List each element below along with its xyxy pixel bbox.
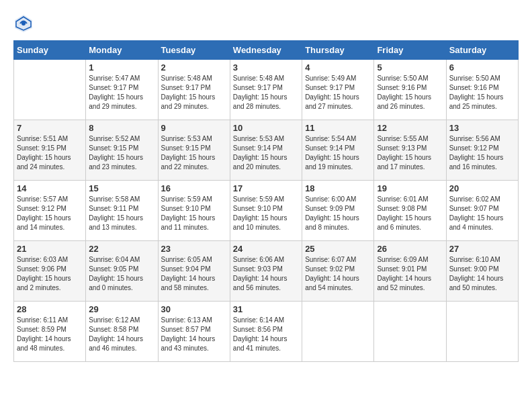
day-info: Sunrise: 6:11 AMSunset: 8:59 PMDaylight:… bbox=[17, 316, 83, 353]
day-info: Sunrise: 6:12 AMSunset: 8:58 PMDaylight:… bbox=[89, 316, 154, 353]
day-number: 1 bbox=[89, 62, 154, 73]
calendar-cell: 12Sunrise: 5:55 AMSunset: 9:13 PMDayligh… bbox=[374, 120, 446, 181]
day-number: 20 bbox=[449, 183, 515, 193]
weekday-header-row: SundayMondayTuesdayWednesdayThursdayFrid… bbox=[14, 41, 519, 60]
day-info: Sunrise: 5:58 AMSunset: 9:11 PMDaylight:… bbox=[89, 195, 154, 232]
day-info: Sunrise: 5:52 AMSunset: 9:15 PMDaylight:… bbox=[89, 134, 154, 172]
weekday-header-saturday: Saturday bbox=[446, 41, 518, 60]
day-info: Sunrise: 5:53 AMSunset: 9:15 PMDaylight:… bbox=[161, 134, 227, 172]
calendar-cell: 15Sunrise: 5:58 AMSunset: 9:11 PMDayligh… bbox=[86, 181, 158, 241]
day-info: Sunrise: 6:13 AMSunset: 8:57 PMDaylight:… bbox=[161, 316, 227, 353]
day-number: 13 bbox=[449, 123, 515, 133]
day-info: Sunrise: 5:54 AMSunset: 9:14 PMDaylight:… bbox=[305, 134, 371, 172]
calendar-table: SundayMondayTuesdayWednesdayThursdayFrid… bbox=[13, 40, 519, 362]
calendar-cell: 3Sunrise: 5:48 AMSunset: 9:17 PMDaylight… bbox=[230, 60, 302, 120]
calendar-cell: 13Sunrise: 5:56 AMSunset: 9:12 PMDayligh… bbox=[446, 120, 518, 181]
day-number: 19 bbox=[377, 183, 443, 193]
calendar-cell bbox=[302, 302, 374, 362]
day-info: Sunrise: 6:01 AMSunset: 9:08 PMDaylight:… bbox=[377, 195, 443, 232]
day-number: 5 bbox=[377, 62, 443, 73]
day-info: Sunrise: 5:56 AMSunset: 9:12 PMDaylight:… bbox=[449, 134, 515, 172]
calendar-cell: 21Sunrise: 6:03 AMSunset: 9:06 PMDayligh… bbox=[14, 241, 86, 302]
calendar-cell: 17Sunrise: 5:59 AMSunset: 9:10 PMDayligh… bbox=[230, 181, 302, 241]
day-number: 2 bbox=[161, 62, 227, 73]
calendar-cell: 2Sunrise: 5:48 AMSunset: 9:17 PMDaylight… bbox=[158, 60, 230, 120]
calendar-cell: 10Sunrise: 5:53 AMSunset: 9:14 PMDayligh… bbox=[230, 120, 302, 181]
weekday-header-friday: Friday bbox=[374, 41, 446, 60]
day-number: 17 bbox=[233, 183, 299, 193]
day-info: Sunrise: 6:07 AMSunset: 9:02 PMDaylight:… bbox=[305, 255, 371, 293]
calendar-cell: 26Sunrise: 6:09 AMSunset: 9:01 PMDayligh… bbox=[374, 241, 446, 302]
calendar-cell: 7Sunrise: 5:51 AMSunset: 9:15 PMDaylight… bbox=[14, 120, 86, 181]
weekday-header-thursday: Thursday bbox=[302, 41, 374, 60]
day-number: 7 bbox=[17, 123, 83, 133]
day-number: 24 bbox=[233, 244, 299, 254]
calendar-cell: 19Sunrise: 6:01 AMSunset: 9:08 PMDayligh… bbox=[374, 181, 446, 241]
day-number: 4 bbox=[305, 62, 371, 73]
day-info: Sunrise: 6:10 AMSunset: 9:00 PMDaylight:… bbox=[449, 255, 515, 293]
calendar-cell: 18Sunrise: 6:00 AMSunset: 9:09 PMDayligh… bbox=[302, 181, 374, 241]
calendar-cell: 27Sunrise: 6:10 AMSunset: 9:00 PMDayligh… bbox=[446, 241, 518, 302]
calendar-week-3: 14Sunrise: 5:57 AMSunset: 9:12 PMDayligh… bbox=[14, 181, 519, 241]
calendar-cell: 24Sunrise: 6:06 AMSunset: 9:03 PMDayligh… bbox=[230, 241, 302, 302]
calendar-cell bbox=[14, 60, 86, 120]
day-number: 6 bbox=[449, 62, 515, 73]
day-info: Sunrise: 6:05 AMSunset: 9:04 PMDaylight:… bbox=[161, 255, 227, 293]
day-number: 11 bbox=[305, 123, 371, 133]
day-info: Sunrise: 5:57 AMSunset: 9:12 PMDaylight:… bbox=[17, 195, 83, 232]
calendar-cell: 4Sunrise: 5:49 AMSunset: 9:17 PMDaylight… bbox=[302, 60, 374, 120]
day-info: Sunrise: 5:51 AMSunset: 9:15 PMDaylight:… bbox=[17, 134, 83, 172]
calendar-cell: 5Sunrise: 5:50 AMSunset: 9:16 PMDaylight… bbox=[374, 60, 446, 120]
day-number: 21 bbox=[17, 244, 83, 254]
day-number: 10 bbox=[233, 123, 299, 133]
day-number: 16 bbox=[161, 183, 227, 193]
day-info: Sunrise: 5:50 AMSunset: 9:16 PMDaylight:… bbox=[449, 74, 515, 111]
calendar-cell: 25Sunrise: 6:07 AMSunset: 9:02 PMDayligh… bbox=[302, 241, 374, 302]
day-info: Sunrise: 5:55 AMSunset: 9:13 PMDaylight:… bbox=[377, 134, 443, 172]
day-info: Sunrise: 5:59 AMSunset: 9:10 PMDaylight:… bbox=[161, 195, 227, 232]
calendar-cell: 22Sunrise: 6:04 AMSunset: 9:05 PMDayligh… bbox=[86, 241, 158, 302]
day-info: Sunrise: 6:03 AMSunset: 9:06 PMDaylight:… bbox=[17, 255, 83, 293]
calendar-cell: 30Sunrise: 6:13 AMSunset: 8:57 PMDayligh… bbox=[158, 302, 230, 362]
page-header bbox=[13, 13, 519, 34]
weekday-header-tuesday: Tuesday bbox=[158, 41, 230, 60]
day-number: 8 bbox=[89, 123, 154, 133]
day-number: 18 bbox=[305, 183, 371, 193]
calendar-body: 1Sunrise: 5:47 AMSunset: 9:17 PMDaylight… bbox=[14, 60, 519, 362]
calendar-cell: 20Sunrise: 6:02 AMSunset: 9:07 PMDayligh… bbox=[446, 181, 518, 241]
day-number: 31 bbox=[233, 304, 299, 314]
day-number: 30 bbox=[161, 304, 227, 314]
calendar-cell: 16Sunrise: 5:59 AMSunset: 9:10 PMDayligh… bbox=[158, 181, 230, 241]
day-info: Sunrise: 6:09 AMSunset: 9:01 PMDaylight:… bbox=[377, 255, 443, 293]
day-number: 22 bbox=[89, 244, 154, 254]
calendar-week-2: 7Sunrise: 5:51 AMSunset: 9:15 PMDaylight… bbox=[14, 120, 519, 181]
day-info: Sunrise: 5:59 AMSunset: 9:10 PMDaylight:… bbox=[233, 195, 299, 232]
calendar-cell: 23Sunrise: 6:05 AMSunset: 9:04 PMDayligh… bbox=[158, 241, 230, 302]
day-info: Sunrise: 5:48 AMSunset: 9:17 PMDaylight:… bbox=[161, 74, 227, 111]
day-info: Sunrise: 6:06 AMSunset: 9:03 PMDaylight:… bbox=[233, 255, 299, 293]
day-number: 23 bbox=[161, 244, 227, 254]
weekday-header-monday: Monday bbox=[86, 41, 158, 60]
calendar-cell: 14Sunrise: 5:57 AMSunset: 9:12 PMDayligh… bbox=[14, 181, 86, 241]
weekday-header-wednesday: Wednesday bbox=[230, 41, 302, 60]
weekday-header-sunday: Sunday bbox=[14, 41, 86, 60]
calendar-week-1: 1Sunrise: 5:47 AMSunset: 9:17 PMDaylight… bbox=[14, 60, 519, 120]
day-number: 12 bbox=[377, 123, 443, 133]
day-number: 28 bbox=[17, 304, 83, 314]
calendar-cell: 1Sunrise: 5:47 AMSunset: 9:17 PMDaylight… bbox=[86, 60, 158, 120]
day-info: Sunrise: 6:14 AMSunset: 8:56 PMDaylight:… bbox=[233, 316, 299, 353]
day-info: Sunrise: 5:49 AMSunset: 9:17 PMDaylight:… bbox=[305, 74, 371, 111]
day-info: Sunrise: 6:00 AMSunset: 9:09 PMDaylight:… bbox=[305, 195, 371, 232]
calendar-cell bbox=[374, 302, 446, 362]
day-number: 27 bbox=[449, 244, 515, 254]
day-number: 15 bbox=[89, 183, 154, 193]
calendar-cell: 28Sunrise: 6:11 AMSunset: 8:59 PMDayligh… bbox=[14, 302, 86, 362]
day-info: Sunrise: 5:48 AMSunset: 9:17 PMDaylight:… bbox=[233, 74, 299, 111]
calendar-week-5: 28Sunrise: 6:11 AMSunset: 8:59 PMDayligh… bbox=[14, 302, 519, 362]
calendar-cell: 9Sunrise: 5:53 AMSunset: 9:15 PMDaylight… bbox=[158, 120, 230, 181]
calendar-cell: 6Sunrise: 5:50 AMSunset: 9:16 PMDaylight… bbox=[446, 60, 518, 120]
logo bbox=[13, 13, 36, 34]
calendar-header: SundayMondayTuesdayWednesdayThursdayFrid… bbox=[14, 41, 519, 60]
calendar-cell: 31Sunrise: 6:14 AMSunset: 8:56 PMDayligh… bbox=[230, 302, 302, 362]
calendar-week-4: 21Sunrise: 6:03 AMSunset: 9:06 PMDayligh… bbox=[14, 241, 519, 302]
